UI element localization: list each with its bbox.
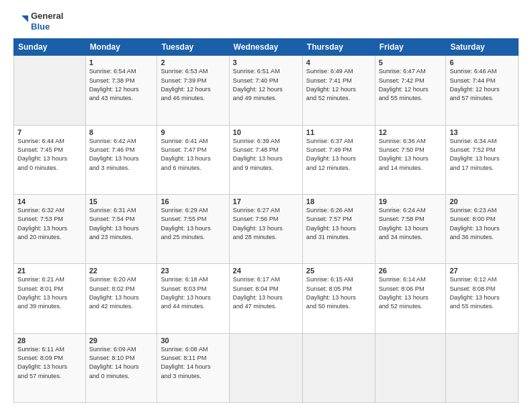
calendar-cell <box>446 333 519 402</box>
calendar-cell: 23Sunrise: 6:18 AMSunset: 8:03 PMDayligh… <box>157 264 229 333</box>
day-number: 8 <box>89 128 154 136</box>
calendar-cell: 21Sunrise: 6:21 AMSunset: 8:01 PMDayligh… <box>14 264 86 333</box>
day-number: 4 <box>306 58 371 66</box>
calendar-cell: 3Sunrise: 6:51 AMSunset: 7:40 PMDaylight… <box>229 56 302 125</box>
day-number: 6 <box>449 58 515 66</box>
day-number: 21 <box>17 267 82 275</box>
calendar-header-row: SundayMondayTuesdayWednesdayThursdayFrid… <box>14 39 519 56</box>
day-of-week-header: Tuesday <box>157 39 229 56</box>
calendar-body: 1Sunrise: 6:54 AMSunset: 7:38 PMDaylight… <box>14 56 519 403</box>
logo-blue-text: Blue <box>31 21 63 32</box>
day-number: 2 <box>161 58 225 66</box>
day-number: 13 <box>449 128 515 136</box>
logo-svg-icon <box>13 14 28 29</box>
calendar-week-row: 14Sunrise: 6:32 AMSunset: 7:53 PMDayligh… <box>14 194 519 263</box>
header: General Blue <box>13 11 519 32</box>
day-info: Sunrise: 6:51 AMSunset: 7:40 PMDaylight:… <box>233 67 299 103</box>
calendar-cell <box>375 333 446 402</box>
calendar-cell: 24Sunrise: 6:17 AMSunset: 8:04 PMDayligh… <box>229 264 302 333</box>
day-info: Sunrise: 6:17 AMSunset: 8:04 PMDaylight:… <box>233 275 299 311</box>
day-info: Sunrise: 6:14 AMSunset: 8:06 PMDaylight:… <box>379 275 443 311</box>
day-number: 1 <box>89 58 154 66</box>
day-number: 19 <box>379 197 443 205</box>
calendar-cell: 20Sunrise: 6:23 AMSunset: 8:00 PMDayligh… <box>446 194 519 263</box>
day-info: Sunrise: 6:18 AMSunset: 8:03 PMDaylight:… <box>161 275 225 311</box>
day-number: 14 <box>17 197 82 205</box>
day-info: Sunrise: 6:49 AMSunset: 7:41 PMDaylight:… <box>306 67 371 103</box>
page: General Blue SundayMondayTuesdayWednesda… <box>0 0 532 411</box>
day-info: Sunrise: 6:34 AMSunset: 7:52 PMDaylight:… <box>449 137 515 173</box>
day-of-week-header: Saturday <box>446 39 519 56</box>
day-info: Sunrise: 6:15 AMSunset: 8:05 PMDaylight:… <box>306 275 371 311</box>
day-number: 9 <box>161 128 225 136</box>
day-number: 3 <box>233 58 299 66</box>
calendar-cell: 27Sunrise: 6:12 AMSunset: 8:08 PMDayligh… <box>446 264 519 333</box>
day-of-week-header: Thursday <box>302 39 375 56</box>
calendar-cell: 17Sunrise: 6:27 AMSunset: 7:56 PMDayligh… <box>229 194 302 263</box>
day-number: 15 <box>89 197 154 205</box>
day-number: 11 <box>306 128 371 136</box>
calendar-cell: 14Sunrise: 6:32 AMSunset: 7:53 PMDayligh… <box>14 194 86 263</box>
day-number: 26 <box>379 267 443 275</box>
day-number: 24 <box>233 267 299 275</box>
day-info: Sunrise: 6:46 AMSunset: 7:44 PMDaylight:… <box>449 67 515 103</box>
day-info: Sunrise: 6:47 AMSunset: 7:42 PMDaylight:… <box>379 67 443 103</box>
day-info: Sunrise: 6:31 AMSunset: 7:54 PMDaylight:… <box>89 206 154 242</box>
calendar-cell: 11Sunrise: 6:37 AMSunset: 7:49 PMDayligh… <box>302 125 375 194</box>
day-info: Sunrise: 6:37 AMSunset: 7:49 PMDaylight:… <box>306 137 371 173</box>
day-number: 16 <box>161 197 225 205</box>
calendar-week-row: 28Sunrise: 6:11 AMSunset: 8:09 PMDayligh… <box>14 333 519 402</box>
day-info: Sunrise: 6:23 AMSunset: 8:00 PMDaylight:… <box>449 206 515 242</box>
calendar-cell: 22Sunrise: 6:20 AMSunset: 8:02 PMDayligh… <box>85 264 157 333</box>
calendar-cell: 8Sunrise: 6:42 AMSunset: 7:46 PMDaylight… <box>85 125 157 194</box>
day-info: Sunrise: 6:32 AMSunset: 7:53 PMDaylight:… <box>17 206 82 242</box>
calendar-week-row: 1Sunrise: 6:54 AMSunset: 7:38 PMDaylight… <box>14 56 519 125</box>
day-info: Sunrise: 6:36 AMSunset: 7:50 PMDaylight:… <box>379 137 443 173</box>
calendar-cell: 15Sunrise: 6:31 AMSunset: 7:54 PMDayligh… <box>85 194 157 263</box>
day-info: Sunrise: 6:21 AMSunset: 8:01 PMDaylight:… <box>17 275 82 311</box>
calendar-cell: 30Sunrise: 6:08 AMSunset: 8:11 PMDayligh… <box>157 333 229 402</box>
calendar-cell: 26Sunrise: 6:14 AMSunset: 8:06 PMDayligh… <box>375 264 446 333</box>
calendar-cell: 9Sunrise: 6:41 AMSunset: 7:47 PMDaylight… <box>157 125 229 194</box>
day-info: Sunrise: 6:53 AMSunset: 7:39 PMDaylight:… <box>161 67 225 103</box>
day-number: 23 <box>161 267 225 275</box>
calendar-week-row: 7Sunrise: 6:44 AMSunset: 7:45 PMDaylight… <box>14 125 519 194</box>
day-number: 30 <box>161 336 225 345</box>
calendar-cell: 25Sunrise: 6:15 AMSunset: 8:05 PMDayligh… <box>302 264 375 333</box>
calendar-cell: 10Sunrise: 6:39 AMSunset: 7:48 PMDayligh… <box>229 125 302 194</box>
day-number: 28 <box>17 336 82 345</box>
day-number: 17 <box>233 197 299 205</box>
calendar-cell: 19Sunrise: 6:24 AMSunset: 7:58 PMDayligh… <box>375 194 446 263</box>
day-of-week-header: Monday <box>85 39 157 56</box>
calendar-cell: 5Sunrise: 6:47 AMSunset: 7:42 PMDaylight… <box>375 56 446 125</box>
day-number: 22 <box>89 267 154 275</box>
day-info: Sunrise: 6:11 AMSunset: 8:09 PMDaylight:… <box>17 345 82 381</box>
day-info: Sunrise: 6:20 AMSunset: 8:02 PMDaylight:… <box>89 275 154 311</box>
day-number: 18 <box>306 197 371 205</box>
day-info: Sunrise: 6:39 AMSunset: 7:48 PMDaylight:… <box>233 137 299 173</box>
calendar-table: SundayMondayTuesdayWednesdayThursdayFrid… <box>13 38 519 403</box>
day-number: 20 <box>449 197 515 205</box>
day-number: 5 <box>379 58 443 66</box>
day-of-week-header: Wednesday <box>229 39 302 56</box>
day-number: 29 <box>89 336 154 345</box>
day-info: Sunrise: 6:08 AMSunset: 8:11 PMDaylight:… <box>161 345 225 381</box>
day-info: Sunrise: 6:42 AMSunset: 7:46 PMDaylight:… <box>89 137 154 173</box>
day-of-week-header: Sunday <box>14 39 86 56</box>
day-number: 7 <box>17 128 82 136</box>
day-number: 27 <box>449 267 515 275</box>
day-of-week-header: Friday <box>375 39 446 56</box>
calendar-cell: 29Sunrise: 6:09 AMSunset: 8:10 PMDayligh… <box>85 333 157 402</box>
calendar-cell: 2Sunrise: 6:53 AMSunset: 7:39 PMDaylight… <box>157 56 229 125</box>
day-number: 25 <box>306 267 371 275</box>
calendar-cell: 13Sunrise: 6:34 AMSunset: 7:52 PMDayligh… <box>446 125 519 194</box>
calendar-cell <box>229 333 302 402</box>
day-info: Sunrise: 6:27 AMSunset: 7:56 PMDaylight:… <box>233 206 299 242</box>
calendar-cell: 16Sunrise: 6:29 AMSunset: 7:55 PMDayligh… <box>157 194 229 263</box>
day-info: Sunrise: 6:09 AMSunset: 8:10 PMDaylight:… <box>89 345 154 381</box>
calendar-cell: 12Sunrise: 6:36 AMSunset: 7:50 PMDayligh… <box>375 125 446 194</box>
calendar-cell: 4Sunrise: 6:49 AMSunset: 7:41 PMDaylight… <box>302 56 375 125</box>
calendar-cell: 28Sunrise: 6:11 AMSunset: 8:09 PMDayligh… <box>14 333 86 402</box>
day-number: 10 <box>233 128 299 136</box>
calendar-cell <box>302 333 375 402</box>
